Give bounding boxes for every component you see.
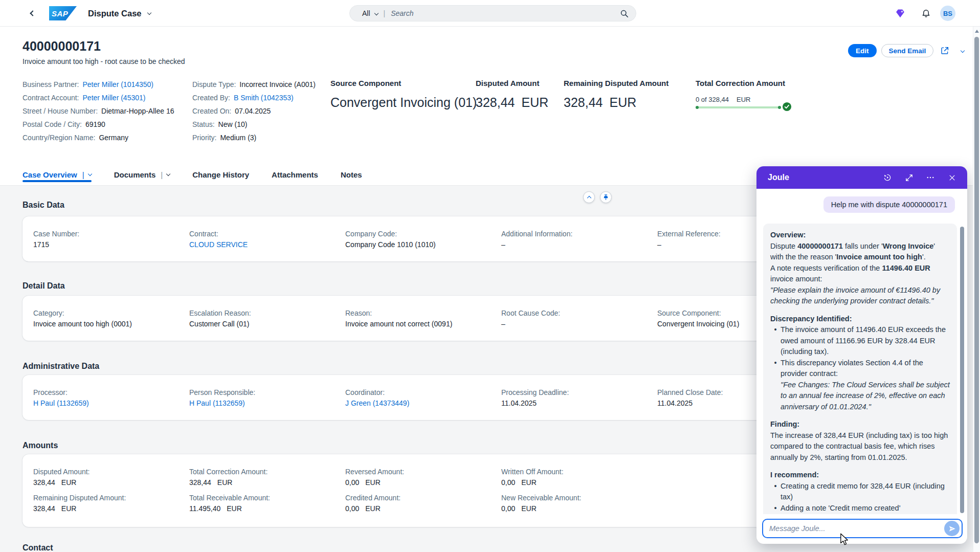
field-label: Business Partner: (23, 80, 79, 89)
field-value: Invoice amount not correct (0091) (345, 320, 501, 328)
kpi-source-component: Source Component Convergent Invoicing (0… (330, 79, 401, 87)
amount-value: 328,44 (189, 478, 211, 487)
user-avatar[interactable]: BS (940, 6, 955, 21)
field-value: Incorrect Invoice (A001) (239, 80, 316, 89)
field-value: Medium (3) (220, 134, 256, 142)
expand-icon (905, 173, 914, 182)
tab-label: Documents (114, 170, 156, 179)
header-field: Priority: Medium (3) (192, 131, 316, 144)
send-button[interactable] (944, 521, 960, 536)
tab-label: Change History (192, 170, 249, 179)
amount-currency: EUR (227, 504, 242, 513)
scroll-up-arrow-icon[interactable] (975, 30, 979, 33)
form-field: Coordinator: J Green (14373449) (345, 388, 501, 407)
tab-menu[interactable]: | (82, 170, 92, 179)
field-value: 07.04.2025 (235, 107, 271, 115)
joule-message-input[interactable] (769, 524, 944, 533)
chevron-left-icon (30, 10, 35, 16)
amount-currency: EUR (61, 504, 77, 513)
field-value: Invoice amount too high (0001) (33, 320, 189, 328)
field-label: Created By: (192, 94, 230, 102)
search-input[interactable]: Search (391, 9, 615, 17)
field-value: New (10) (218, 120, 248, 128)
field-label: Total Correction Amount: (189, 468, 345, 476)
amount-currency: EUR (61, 478, 77, 487)
field-label: Root Cause Code: (501, 309, 657, 317)
field-label: Additional Information: (501, 230, 657, 238)
field-label: Processing Deadline: (501, 388, 657, 396)
collapse-header-button[interactable] (583, 191, 595, 203)
app-title-menu[interactable]: Dispute Case (88, 0, 151, 27)
tab[interactable]: Documents | (114, 163, 170, 186)
field-label: Category: (33, 309, 189, 317)
tab-separator: | (161, 170, 163, 179)
anchor-tab-bar: Case Overview | Documents | Change Histo… (23, 163, 362, 186)
amount-value: 0,00 (345, 504, 359, 513)
field-value: 328,44EUR (189, 478, 345, 487)
user-message-bubble: Help me with dispute 40000000171 (823, 196, 955, 213)
joule-scrollbar[interactable] (960, 227, 964, 513)
form-field: Escalation Reason: Customer Call (01) (189, 309, 345, 328)
kpi-value: 328,44 (564, 95, 603, 109)
field-value: Customer Call (01) (189, 320, 345, 328)
joule-panel: Joule Help me with dispute 40000000171 O… (756, 166, 967, 544)
back-button[interactable] (27, 7, 39, 19)
joule-header: Joule (756, 166, 967, 189)
joule-conversation: Help me with dispute 40000000171 Overvie… (763, 189, 957, 514)
form-field: Case Number: 1715 (33, 230, 189, 249)
tab-label: Notes (341, 170, 362, 179)
share-button[interactable] (938, 44, 951, 57)
tab[interactable]: Notes | (341, 163, 362, 186)
field-value: 1715 (33, 240, 189, 249)
header-field: Business Partner: Peter Miller (1014350) (23, 78, 174, 91)
form-field: Reason: Invoice amount not correct (0091… (345, 309, 501, 328)
joule-response: Overview:Dispute 40000000171 falls under… (770, 230, 950, 514)
field-value: Germany (99, 134, 128, 142)
field-value: 69190 (85, 120, 105, 128)
field-value: H Paul (1132659) (189, 399, 345, 407)
pin-header-button[interactable] (600, 191, 612, 203)
chevron-down-icon (147, 10, 151, 14)
field-label: Credited Amount: (345, 494, 501, 502)
field-value: 0,00EUR (345, 504, 501, 513)
form-field: Contract: CLOUD SERVICE (189, 230, 345, 249)
joule-close-button[interactable] (945, 170, 959, 185)
tab[interactable]: Attachments | (272, 163, 318, 186)
field-label: Dispute Type: (192, 80, 236, 89)
amount-value: 0,00 (345, 478, 359, 487)
amount-field: Credited Amount: 0,00EUR (345, 494, 501, 513)
search-bar[interactable]: All | Search (349, 5, 636, 21)
header-overflow-button[interactable] (956, 44, 969, 57)
tab[interactable]: Change History | (192, 163, 249, 186)
sap-logo-text: SAP (52, 9, 68, 18)
joule-assistant-button[interactable] (894, 7, 907, 20)
joule-history-button[interactable] (880, 170, 895, 185)
field-label: Person Responsible: (189, 388, 345, 396)
correction-progress-bar (696, 106, 781, 108)
field-value: 11.495,40EUR (189, 504, 345, 513)
joule-more-button[interactable] (923, 170, 938, 185)
field-value: B Smith (1042353) (234, 94, 294, 102)
scrollbar-thumb[interactable] (974, 37, 979, 543)
tab-menu[interactable]: | (161, 170, 170, 179)
tab-label: Case Overview (23, 170, 77, 179)
notifications-button[interactable] (919, 7, 932, 20)
search-scope-chevron-icon[interactable] (374, 11, 378, 15)
search-icon[interactable] (620, 9, 629, 18)
search-scope[interactable]: All (362, 9, 370, 17)
search-divider: | (384, 9, 386, 17)
send-email-button[interactable]: Send Email (881, 44, 934, 57)
kpi-label: Total Correction Amount (696, 79, 785, 87)
amount-value: 328,44 (33, 478, 55, 487)
joule-expand-button[interactable] (902, 170, 916, 185)
field-value: Peter Miller (1014350) (83, 80, 154, 89)
header-actions: Edit Send Email (848, 44, 969, 57)
kpi-total-correction: Total Correction Amount 0 of 328,44EUR (696, 79, 785, 87)
amount-value: 0,00 (501, 478, 515, 487)
page-scrollbar[interactable] (973, 27, 980, 552)
section-title-basic-data: Basic Data (23, 201, 64, 210)
edit-button[interactable]: Edit (848, 44, 877, 57)
tab[interactable]: Case Overview | (23, 163, 92, 186)
field-label: Status: (192, 120, 215, 128)
assistant-message-bubble: Overview:Dispute 40000000171 falls under… (763, 224, 957, 514)
